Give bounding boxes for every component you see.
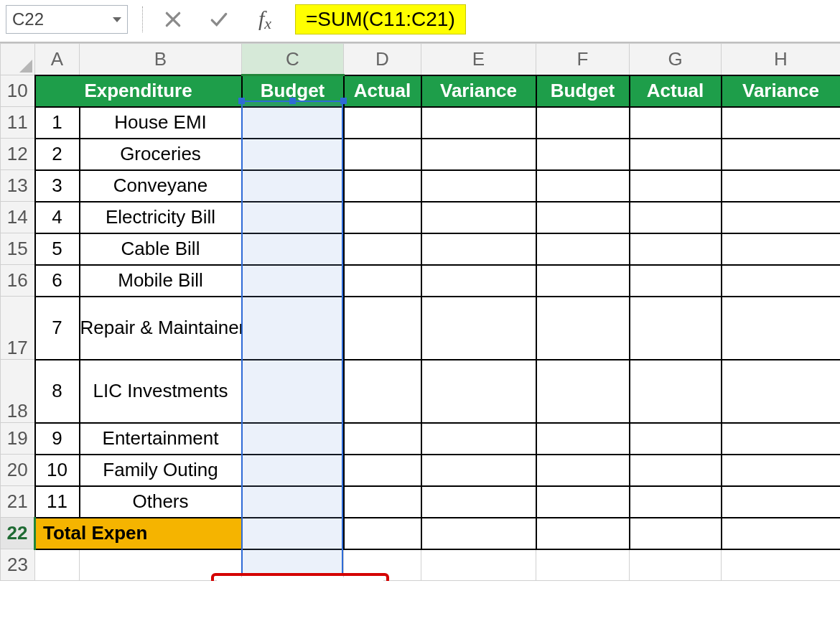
row-header[interactable]: 19 — [1, 423, 35, 455]
cell[interactable] — [344, 233, 421, 265]
cell[interactable]: 3 — [35, 170, 80, 202]
header-variance-2[interactable]: Variance — [722, 75, 841, 107]
cell[interactable]: Mobile Bill — [80, 265, 242, 297]
fx-icon[interactable]: fx — [249, 6, 281, 32]
cell[interactable] — [242, 265, 344, 297]
enter-icon[interactable] — [203, 6, 235, 32]
cell[interactable] — [421, 360, 536, 423]
cell[interactable] — [630, 423, 722, 455]
cancel-icon[interactable] — [157, 6, 189, 32]
cell[interactable] — [630, 170, 722, 202]
formula-input[interactable]: =SUM(C11:C21) — [295, 4, 466, 34]
row-header[interactable]: 21 — [1, 486, 35, 518]
cell[interactable] — [242, 455, 344, 486]
cell[interactable] — [722, 455, 841, 486]
cell[interactable]: 8 — [35, 360, 80, 423]
cell[interactable] — [722, 233, 841, 265]
cell[interactable] — [344, 518, 421, 549]
row-header[interactable]: 10 — [1, 75, 35, 107]
header-actual-1[interactable]: Actual — [344, 75, 421, 107]
cell[interactable]: Groceries — [80, 139, 242, 170]
cell[interactable] — [421, 139, 536, 170]
cell[interactable] — [80, 549, 242, 581]
row-header[interactable]: 16 — [1, 265, 35, 297]
cell[interactable] — [421, 107, 536, 139]
col-header-D[interactable]: D — [344, 44, 421, 75]
cell[interactable]: Entertainment — [80, 423, 242, 455]
cell[interactable] — [344, 297, 421, 360]
cell[interactable] — [536, 297, 630, 360]
cell[interactable] — [722, 170, 841, 202]
cell[interactable] — [421, 486, 536, 518]
cell[interactable] — [421, 549, 536, 581]
cell[interactable] — [421, 233, 536, 265]
cell[interactable]: 9 — [35, 423, 80, 455]
cell[interactable] — [344, 360, 421, 423]
cell[interactable] — [536, 360, 630, 423]
cell[interactable] — [722, 423, 841, 455]
cell[interactable]: Others — [80, 486, 242, 518]
row-header[interactable]: 18 — [1, 360, 35, 423]
cell[interactable] — [722, 486, 841, 518]
cell[interactable] — [722, 549, 841, 581]
cell[interactable] — [536, 170, 630, 202]
cell[interactable] — [630, 107, 722, 139]
cell[interactable] — [536, 486, 630, 518]
cell[interactable] — [722, 202, 841, 233]
cell[interactable]: House EMI — [80, 107, 242, 139]
chevron-down-icon[interactable] — [113, 17, 121, 22]
col-header-H[interactable]: H — [722, 44, 841, 75]
cell[interactable] — [722, 265, 841, 297]
cell[interactable] — [630, 518, 722, 549]
col-header-A[interactable]: A — [35, 44, 80, 75]
cell[interactable] — [722, 107, 841, 139]
cell[interactable] — [630, 549, 722, 581]
cell[interactable] — [630, 202, 722, 233]
cell[interactable] — [344, 265, 421, 297]
name-box[interactable]: C22 — [6, 5, 128, 34]
row-header[interactable]: 13 — [1, 170, 35, 202]
header-actual-2[interactable]: Actual — [630, 75, 722, 107]
cell[interactable] — [242, 170, 344, 202]
cell[interactable] — [630, 139, 722, 170]
cell[interactable] — [421, 518, 536, 549]
header-expenditure[interactable]: Expenditure — [35, 75, 242, 107]
cell[interactable] — [722, 518, 841, 549]
cell[interactable] — [344, 107, 421, 139]
cell[interactable] — [630, 297, 722, 360]
cell[interactable] — [421, 423, 536, 455]
cell[interactable] — [536, 233, 630, 265]
cell[interactable] — [344, 170, 421, 202]
cell[interactable]: Cable Bill — [80, 233, 242, 265]
cell[interactable] — [35, 549, 80, 581]
header-budget-2[interactable]: Budget — [536, 75, 630, 107]
cell[interactable] — [536, 265, 630, 297]
cell[interactable]: LIC Investments — [80, 360, 242, 423]
grid-table[interactable]: A B C D E F G H 10 Expenditure Budget Ac… — [0, 43, 840, 581]
col-header-G[interactable]: G — [630, 44, 722, 75]
cell[interactable]: 7 — [35, 297, 80, 360]
cell[interactable]: 4 — [35, 202, 80, 233]
cell[interactable] — [536, 202, 630, 233]
cell[interactable]: 6 — [35, 265, 80, 297]
spreadsheet[interactable]: A B C D E F G H 10 Expenditure Budget Ac… — [0, 43, 840, 581]
cell[interactable] — [421, 202, 536, 233]
cell[interactable]: Electricity Bill — [80, 202, 242, 233]
col-header-F[interactable]: F — [536, 44, 630, 75]
cell[interactable] — [421, 297, 536, 360]
row-header[interactable]: 11 — [1, 107, 35, 139]
cell[interactable] — [344, 423, 421, 455]
cell[interactable] — [536, 549, 630, 581]
cell[interactable]: 10 — [35, 455, 80, 486]
cell[interactable] — [630, 486, 722, 518]
cell[interactable]: 1 — [35, 107, 80, 139]
cell[interactable] — [722, 360, 841, 423]
cell[interactable] — [344, 139, 421, 170]
cell[interactable] — [242, 549, 344, 581]
cell[interactable]: 5 — [35, 233, 80, 265]
cell[interactable]: 11 — [35, 486, 80, 518]
cell[interactable] — [630, 265, 722, 297]
col-header-C[interactable]: C — [242, 44, 344, 75]
row-header[interactable]: 22 — [1, 518, 35, 549]
col-header-E[interactable]: E — [421, 44, 536, 75]
